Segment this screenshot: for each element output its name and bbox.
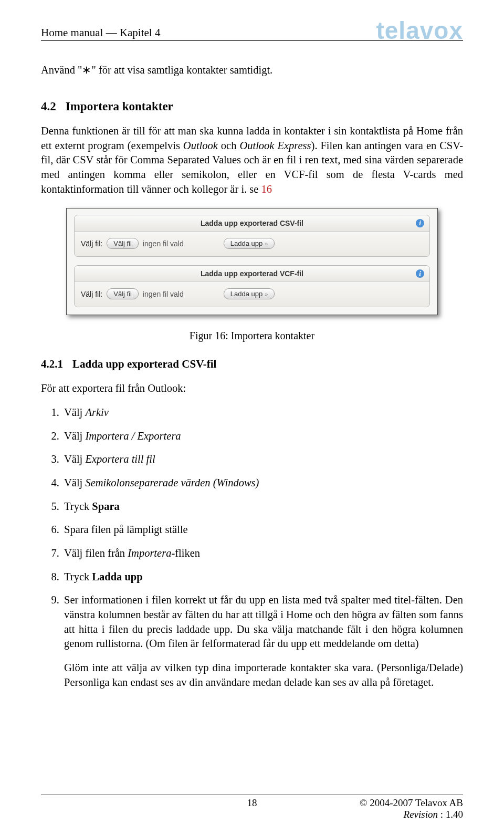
steps-lead-text: För att exportera fil från Outlook:	[41, 381, 463, 396]
choose-file-button[interactable]: Välj fil	[107, 288, 139, 299]
subsection-number: 4.2.1	[41, 358, 63, 371]
vcf-panel-body: Välj fil: Välj fil ingen fil vald Ladda …	[75, 282, 429, 307]
export-steps-list: Välj Arkiv Välj Importera / Exportera Vä…	[41, 405, 463, 690]
info-icon[interactable]: i	[416, 219, 424, 227]
list-item: Välj Semikolonseparerade värden (Windows…	[62, 476, 463, 491]
chevron-right-icon: »	[265, 291, 268, 297]
section-4-2-1-heading: 4.2.1 Ladda upp exporterad CSV-fil	[41, 358, 463, 371]
intro-paragraph: Använd "∗" för att visa samtliga kontakt…	[41, 63, 463, 78]
list-item: Välj Exportera till fil	[62, 452, 463, 467]
revision-text: Revision : 1.40	[360, 809, 463, 820]
page-header: Home manual — Kapitel 4 telavox	[41, 20, 463, 41]
csv-upload-panel: Ladda upp exporterad CSV-fil i Välj fil:…	[74, 215, 430, 257]
csv-panel-title: Ladda upp exporterad CSV-fil i	[75, 215, 429, 232]
list-item: Välj filen från Importera-fliken	[62, 546, 463, 561]
info-icon[interactable]: i	[416, 269, 424, 278]
telavox-logo: telavox	[376, 20, 463, 41]
no-file-text: ingen fil vald	[143, 239, 184, 248]
import-dialog-screenshot: Ladda upp exporterad CSV-fil i Välj fil:…	[66, 208, 438, 315]
copyright-text: © 2004-2007 Telavox AB	[360, 797, 463, 809]
upload-button[interactable]: Ladda upp»	[224, 288, 275, 299]
vcf-panel-title: Ladda upp exporterad VCF-fil i	[75, 266, 429, 282]
file-label: Välj fil:	[81, 290, 102, 298]
header-title: Home manual — Kapitel 4	[41, 26, 160, 39]
figure-ref-16: 16	[261, 183, 272, 195]
step-9-note: Glöm inte att välja av vilken typ dina i…	[64, 661, 463, 690]
csv-panel-body: Välj fil: Välj fil ingen fil vald Ladda …	[75, 232, 429, 256]
section-4-2-paragraph: Denna funktionen är till för att man ska…	[41, 124, 463, 196]
section-number: 4.2	[41, 100, 56, 113]
figure-caption: Figur 16: Importera kontakter	[41, 330, 463, 342]
vcf-upload-panel: Ladda upp exporterad VCF-fil i Välj fil:…	[74, 265, 430, 307]
choose-file-button[interactable]: Välj fil	[107, 238, 139, 249]
upload-button[interactable]: Ladda upp»	[224, 238, 275, 249]
list-item: Välj Arkiv	[62, 405, 463, 420]
page-number: 18	[247, 797, 257, 809]
list-item: Spara filen på lämpligt ställe	[62, 523, 463, 537]
chevron-right-icon: »	[265, 241, 268, 247]
list-item: Tryck Ladda upp	[62, 570, 463, 585]
list-item: Ser informationen i filen korrekt ut får…	[62, 593, 463, 690]
section-title: Importera kontakter	[66, 100, 173, 113]
list-item: Välj Importera / Exportera	[62, 429, 463, 444]
list-item: Tryck Spara	[62, 499, 463, 514]
subsection-title: Ladda upp exporterad CSV-fil	[72, 358, 216, 371]
page-footer: 18 © 2004-2007 Telavox AB Revision : 1.4…	[41, 795, 463, 820]
no-file-text: ingen fil vald	[143, 290, 184, 298]
section-4-2-heading: 4.2 Importera kontakter	[41, 100, 463, 113]
file-label: Välj fil:	[81, 239, 102, 248]
